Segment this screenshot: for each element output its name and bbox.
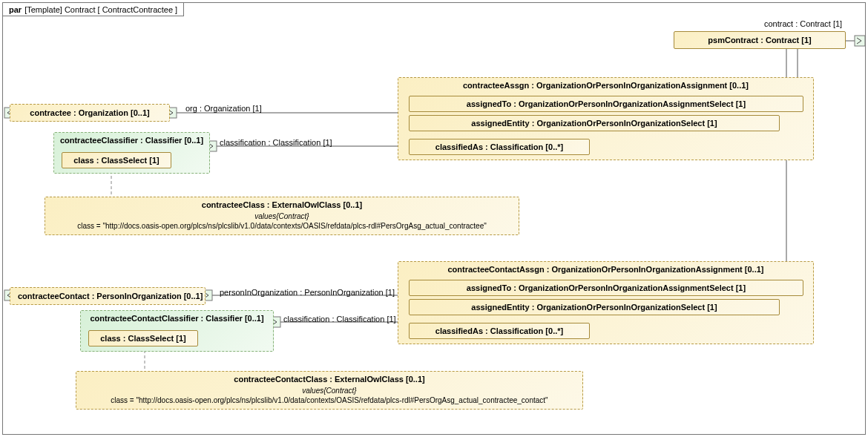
edge-label-personinorg: personInOrganization : PersonInOrganizat…: [220, 288, 395, 297]
contractee-assgn-assignedentity: assignedEntity : OrganizationOrPersonInO…: [409, 115, 780, 131]
contractee-contact-assgn-classifiedas: classifiedAs : Classification [0..*]: [409, 323, 590, 339]
contractee-contact-assgn-title: contracteeContactAssgn : OrganizationOrP…: [398, 262, 813, 277]
node-contractee-assgn: contracteeAssgn : OrganizationOrPersonIn…: [398, 77, 814, 160]
edge-label-classification1: classification : Classification [1]: [220, 138, 332, 147]
edge-label-classification2: classification : Classification [1]: [283, 315, 396, 323]
node-contractee-contact: contracteeContact : PersonInOrganization…: [10, 287, 206, 305]
contractee-class-subtitle: values{Contract}: [45, 212, 519, 220]
diagram-canvas: par [Template] Contract [ ContractContra…: [0, 0, 868, 437]
contractee-contact-classifier-title: contracteeContactClassifier : Classifier…: [81, 311, 273, 326]
contractee-assgn-classifiedas: classifiedAs : Classification [0..*]: [409, 139, 590, 155]
node-psmcontract: psmContract : Contract [1]: [674, 31, 846, 49]
contractee-classifier-title: contracteeClassifier : Classifier [0..1]: [54, 133, 209, 148]
contractee-assgn-assignedto: assignedTo : OrganizationOrPersonInOrgan…: [409, 96, 803, 112]
node-contractee: contractee : Organization [0..1]: [10, 104, 170, 122]
node-contractee-contact-assgn: contracteeContactAssgn : OrganizationOrP…: [398, 261, 814, 344]
node-contractee-contact-class: contracteeContactClass : ExternalOwlClas…: [76, 371, 583, 410]
contractee-classifier-classselect: class : ClassSelect [1]: [62, 152, 171, 168]
contractee-contact-class-subtitle: values{Contract}: [76, 387, 582, 395]
edge-label-contract: contract : Contract [1]: [764, 19, 842, 28]
svg-rect-1: [855, 36, 865, 46]
node-contractee-classifier: contracteeClassifier : Classifier [0..1]…: [53, 132, 210, 174]
contractee-contact-class-title: contracteeContactClass : ExternalOwlClas…: [76, 372, 582, 387]
contractee-contact-assgn-assignedto: assignedTo : OrganizationOrPersonInOrgan…: [409, 280, 803, 296]
contractee-contact-classifier-classselect: class : ClassSelect [1]: [88, 330, 198, 346]
edge-label-org: org : Organization [1]: [185, 104, 262, 113]
node-contractee-contact-classifier: contracteeContactClassifier : Classifier…: [80, 310, 274, 352]
contractee-class-body: class = "http://docs.oasis-open.org/plcs…: [45, 220, 519, 234]
contractee-assgn-title: contracteeAssgn : OrganizationOrPersonIn…: [398, 78, 813, 93]
contractee-contact-class-body: class = "http://docs.oasis-open.org/plcs…: [76, 395, 582, 409]
node-contractee-class: contracteeClass : ExternalOwlClass [0..1…: [45, 197, 519, 235]
contractee-contact-assgn-assignedentity: assignedEntity : OrganizationOrPersonInO…: [409, 299, 780, 315]
contractee-class-title: contracteeClass : ExternalOwlClass [0..1…: [45, 197, 519, 212]
